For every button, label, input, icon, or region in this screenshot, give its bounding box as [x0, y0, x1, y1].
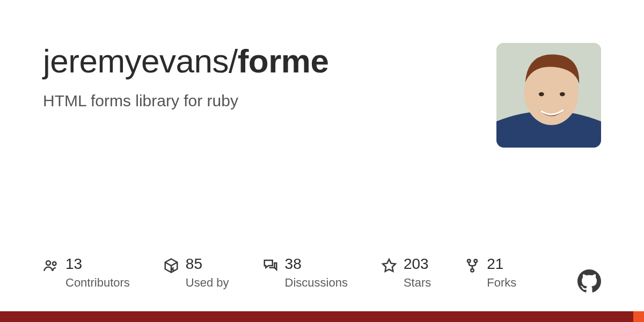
slash-separator: / — [229, 42, 238, 79]
usedby-value: 85 — [186, 256, 229, 273]
forks-value: 21 — [487, 256, 516, 273]
fork-icon — [464, 258, 480, 274]
stat-contributors[interactable]: 13 Contributors — [43, 256, 130, 290]
comment-discussion-icon — [262, 258, 279, 274]
svg-point-3 — [560, 92, 565, 97]
stars-label: Stars — [404, 276, 431, 290]
repo-name: forme — [238, 42, 329, 79]
svg-point-5 — [53, 262, 56, 266]
repo-owner: jeremyevans — [43, 42, 229, 79]
stats-row: 13 Contributors 85 Used by — [43, 256, 601, 290]
package-icon — [163, 258, 179, 274]
forks-label: Forks — [487, 276, 516, 290]
github-logo-icon[interactable] — [577, 269, 601, 293]
svg-point-2 — [539, 92, 544, 97]
repo-title[interactable]: jeremyevans/forme — [43, 42, 475, 80]
star-icon — [381, 258, 397, 274]
accent-tip — [633, 311, 644, 322]
svg-point-6 — [467, 260, 471, 263]
contributors-label: Contributors — [65, 276, 130, 290]
discussions-label: Discussions — [285, 276, 348, 290]
people-icon — [43, 258, 59, 274]
stat-stars[interactable]: 203 Stars — [381, 256, 431, 290]
contributors-value: 13 — [65, 256, 130, 273]
repo-description: HTML forms library for ruby — [43, 92, 475, 110]
stat-discussions[interactable]: 38 Discussions — [262, 256, 348, 290]
svg-point-8 — [471, 269, 474, 272]
bottom-accent-bar — [0, 311, 644, 322]
stars-value: 203 — [404, 256, 431, 273]
stat-usedby[interactable]: 85 Used by — [163, 256, 229, 290]
svg-point-4 — [46, 261, 50, 265]
stat-forks[interactable]: 21 Forks — [464, 256, 516, 290]
svg-point-7 — [474, 260, 478, 263]
usedby-label: Used by — [186, 276, 229, 290]
owner-avatar[interactable] — [496, 43, 601, 148]
discussions-value: 38 — [285, 256, 348, 273]
